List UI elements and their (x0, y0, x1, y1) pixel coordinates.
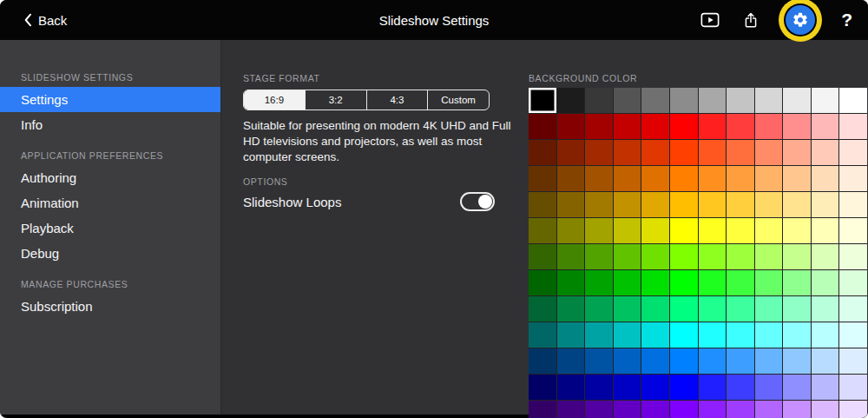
color-swatch[interactable] (670, 166, 698, 191)
color-swatch[interactable] (699, 348, 727, 374)
color-swatch[interactable] (783, 218, 811, 243)
color-swatch[interactable] (699, 270, 727, 295)
color-swatch[interactable] (557, 375, 585, 400)
color-swatch[interactable] (699, 322, 727, 348)
color-swatch[interactable] (839, 270, 867, 295)
segment-custom[interactable]: Custom (428, 90, 489, 109)
color-swatch[interactable] (699, 140, 727, 165)
color-swatch[interactable] (670, 140, 698, 165)
color-swatch[interactable] (585, 114, 613, 139)
color-swatch[interactable] (812, 88, 839, 113)
color-swatch[interactable] (670, 88, 698, 113)
color-swatch[interactable] (529, 375, 556, 400)
sidebar-item-settings[interactable]: Settings (0, 87, 220, 112)
color-swatch[interactable] (727, 218, 754, 243)
color-swatch[interactable] (812, 296, 839, 322)
color-swatch[interactable] (614, 218, 641, 243)
color-swatch[interactable] (614, 166, 641, 191)
sidebar-item-playback[interactable]: Playback (0, 216, 220, 241)
color-swatch[interactable] (557, 88, 585, 113)
color-swatch[interactable] (783, 375, 811, 400)
color-swatch[interactable] (557, 114, 585, 139)
color-swatch[interactable] (812, 140, 839, 165)
color-swatch[interactable] (585, 166, 613, 191)
color-swatch[interactable] (585, 348, 613, 374)
color-swatch[interactable] (529, 322, 556, 348)
sidebar-item-debug[interactable]: Debug (0, 241, 220, 266)
color-swatch[interactable] (812, 114, 839, 139)
segment-4-3[interactable]: 4:3 (367, 90, 429, 109)
color-swatch[interactable] (783, 88, 811, 113)
settings-button-highlighted[interactable] (786, 5, 815, 35)
sidebar-item-animation[interactable]: Animation (0, 190, 220, 216)
color-swatch[interactable] (699, 401, 727, 418)
color-swatch[interactable] (755, 322, 783, 348)
color-swatch[interactable] (727, 348, 754, 374)
color-swatch[interactable] (585, 322, 613, 348)
color-swatch[interactable] (670, 270, 698, 295)
sidebar-item-info[interactable]: Info (0, 112, 220, 137)
color-swatch[interactable] (699, 244, 727, 269)
color-swatch[interactable] (812, 322, 839, 348)
color-swatch[interactable] (557, 166, 585, 191)
help-button[interactable]: ? (841, 10, 856, 30)
color-swatch[interactable] (614, 140, 641, 165)
color-swatch[interactable] (839, 166, 867, 191)
play-slideshow-button[interactable] (699, 10, 721, 30)
color-swatch[interactable] (529, 218, 556, 243)
color-swatch[interactable] (557, 140, 585, 165)
color-swatch[interactable] (812, 218, 839, 243)
color-swatch[interactable] (727, 192, 754, 217)
color-swatch[interactable] (727, 296, 754, 322)
color-swatch[interactable] (727, 140, 754, 165)
color-swatch[interactable] (585, 401, 613, 418)
color-swatch[interactable] (727, 88, 754, 113)
color-swatch[interactable] (614, 88, 641, 113)
color-swatch[interactable] (585, 296, 613, 322)
color-swatch[interactable] (529, 140, 556, 165)
color-swatch[interactable] (557, 348, 585, 374)
color-swatch[interactable] (670, 375, 698, 400)
color-swatch[interactable] (614, 244, 641, 269)
color-swatch[interactable] (727, 270, 754, 295)
color-swatch[interactable] (727, 322, 754, 348)
color-swatch[interactable] (585, 218, 613, 243)
color-swatch[interactable] (699, 88, 727, 113)
color-swatch[interactable] (755, 375, 783, 400)
color-swatch[interactable] (614, 375, 641, 400)
color-swatch[interactable] (727, 401, 754, 418)
color-swatch[interactable] (755, 348, 783, 374)
color-swatch[interactable] (783, 192, 811, 217)
color-swatch[interactable] (755, 114, 783, 139)
color-swatch[interactable] (641, 244, 669, 269)
slideshow-loops-toggle[interactable] (460, 192, 495, 211)
color-swatch[interactable] (812, 348, 839, 374)
color-swatch[interactable] (614, 348, 641, 374)
color-swatch[interactable] (585, 270, 613, 295)
color-swatch[interactable] (641, 270, 669, 295)
color-swatch[interactable] (699, 218, 727, 243)
back-button[interactable]: Back (0, 12, 67, 28)
color-swatch[interactable] (641, 218, 669, 243)
color-swatch[interactable] (755, 270, 783, 295)
color-swatch[interactable] (839, 401, 867, 418)
color-swatch[interactable] (670, 244, 698, 269)
color-swatch[interactable] (839, 348, 867, 374)
color-swatch[interactable] (641, 322, 669, 348)
color-swatch[interactable] (614, 270, 641, 295)
color-swatch[interactable] (670, 218, 698, 243)
color-swatch[interactable] (670, 296, 698, 322)
color-swatch[interactable] (641, 401, 669, 418)
color-swatch[interactable] (557, 322, 585, 348)
color-swatch[interactable] (614, 322, 641, 348)
color-swatch[interactable] (585, 244, 613, 269)
color-swatch[interactable] (699, 166, 727, 191)
color-swatch[interactable] (699, 296, 727, 322)
color-swatch[interactable] (585, 375, 613, 400)
color-swatch[interactable] (812, 270, 839, 295)
color-swatch[interactable] (557, 401, 585, 418)
color-swatch[interactable] (839, 114, 867, 139)
color-swatch[interactable] (614, 296, 641, 322)
color-swatch[interactable] (699, 114, 727, 139)
color-swatch[interactable] (755, 166, 783, 191)
